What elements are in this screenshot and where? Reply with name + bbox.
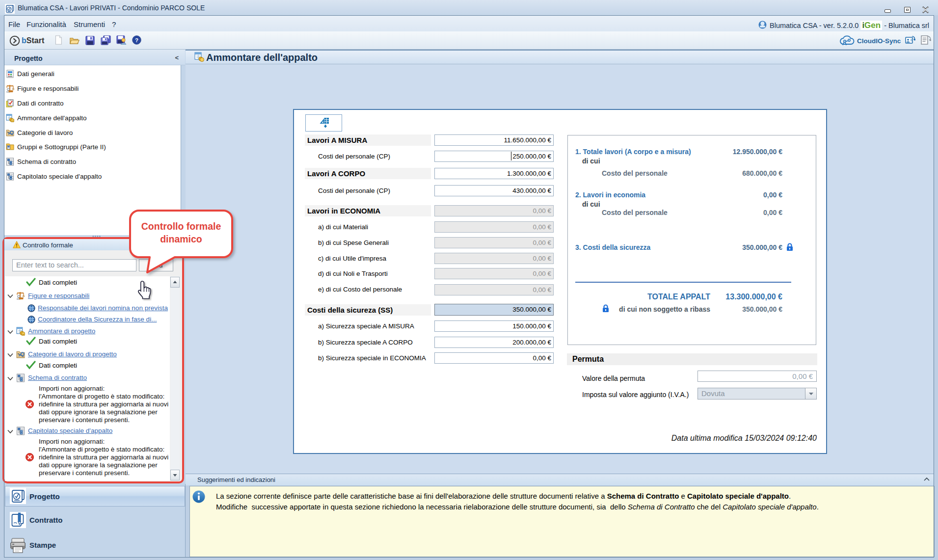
svg-text:?: ? <box>135 37 138 43</box>
svg-text:Controllo formale: Controllo formale <box>141 221 221 232</box>
svg-text:dinamico: dinamico <box>160 234 202 244</box>
